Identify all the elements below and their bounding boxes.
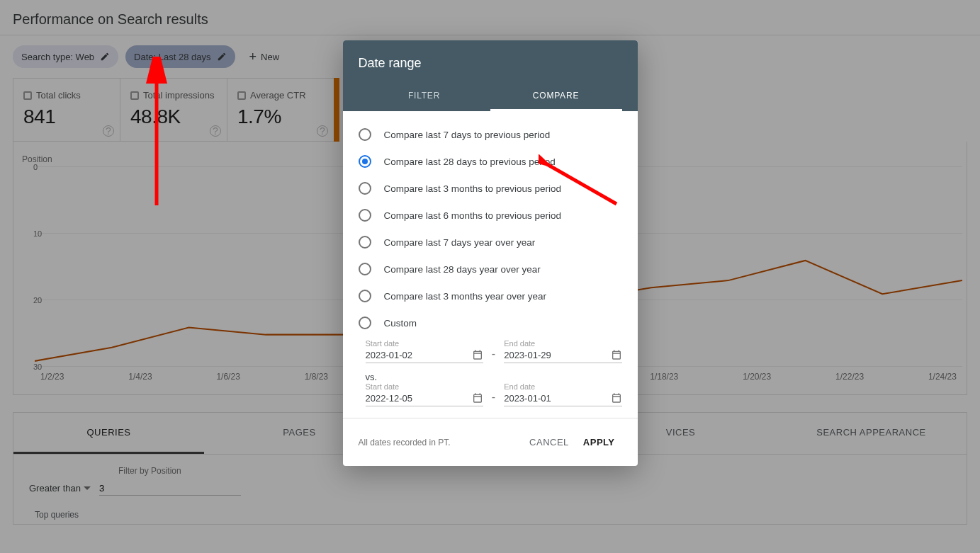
end-date-label: End date bbox=[504, 382, 621, 391]
compare-option-3m-yoy[interactable]: Compare last 3 months year over year bbox=[359, 283, 622, 309]
date-range-dialog: Date range FILTER COMPARE Compare last 7… bbox=[343, 40, 638, 466]
radio-icon bbox=[359, 209, 371, 222]
annotation-arrow-icon bbox=[539, 154, 624, 211]
dialog-footer: All dates recorded in PT. CANCEL APPLY bbox=[343, 418, 638, 466]
radio-icon bbox=[359, 317, 371, 329]
apply-button[interactable]: APPLY bbox=[576, 431, 622, 453]
radio-label: Compare last 7 days to previous period bbox=[384, 130, 551, 140]
date-value: 2023-01-02 bbox=[366, 350, 472, 360]
range1-end-input[interactable]: 2023-01-29 bbox=[504, 349, 621, 363]
radio-label: Compare last 28 days to previous period bbox=[384, 156, 556, 167]
compare-option-7d-yoy[interactable]: Compare last 7 days year over year bbox=[359, 229, 622, 256]
vs-label: vs. bbox=[366, 372, 622, 382]
radio-label: Compare last 28 days year over year bbox=[384, 264, 541, 275]
radio-icon bbox=[359, 263, 371, 275]
dialog-footnote: All dates recorded in PT. bbox=[359, 438, 523, 447]
calendar-icon bbox=[611, 349, 622, 360]
radio-label: Compare last 3 months year over year bbox=[384, 291, 547, 302]
date-value: 2023-01-29 bbox=[504, 350, 610, 360]
date-value: 2023-01-01 bbox=[504, 393, 610, 404]
dash: - bbox=[490, 348, 497, 363]
dash: - bbox=[490, 391, 497, 406]
range2-start-input[interactable]: 2022-12-05 bbox=[366, 392, 483, 406]
radio-label: Compare last 3 months to previous period bbox=[384, 183, 562, 194]
dialog-title: Date range bbox=[359, 56, 622, 71]
end-date-label: End date bbox=[504, 339, 621, 348]
calendar-icon bbox=[611, 392, 622, 404]
radio-icon bbox=[359, 236, 371, 249]
range2-end-input[interactable]: 2023-01-01 bbox=[504, 392, 621, 406]
radio-icon bbox=[359, 155, 371, 168]
svg-line-1 bbox=[547, 164, 616, 204]
start-date-label: Start date bbox=[366, 382, 483, 391]
radio-icon bbox=[359, 182, 371, 195]
tab-compare[interactable]: COMPARE bbox=[490, 82, 622, 111]
dialog-header: Date range FILTER COMPARE bbox=[343, 40, 638, 111]
start-date-label: Start date bbox=[366, 339, 483, 348]
radio-icon bbox=[359, 128, 371, 141]
radio-label: Compare last 6 months to previous period bbox=[384, 210, 562, 221]
calendar-icon bbox=[472, 349, 483, 360]
compare-option-7d-prev[interactable]: Compare last 7 days to previous period bbox=[359, 121, 622, 148]
date-value: 2022-12-05 bbox=[366, 393, 472, 404]
radio-label: Compare last 7 days year over year bbox=[384, 237, 536, 248]
range1-start-input[interactable]: 2023-01-02 bbox=[366, 349, 483, 363]
radio-label: Custom bbox=[384, 318, 417, 329]
radio-icon bbox=[359, 290, 371, 302]
annotation-arrow-icon bbox=[139, 57, 174, 212]
compare-option-28d-yoy[interactable]: Compare last 28 days year over year bbox=[359, 256, 622, 283]
cancel-button[interactable]: CANCEL bbox=[522, 431, 576, 453]
calendar-icon bbox=[472, 392, 483, 404]
compare-option-custom[interactable]: Custom bbox=[359, 309, 622, 336]
tab-filter[interactable]: FILTER bbox=[359, 82, 490, 111]
